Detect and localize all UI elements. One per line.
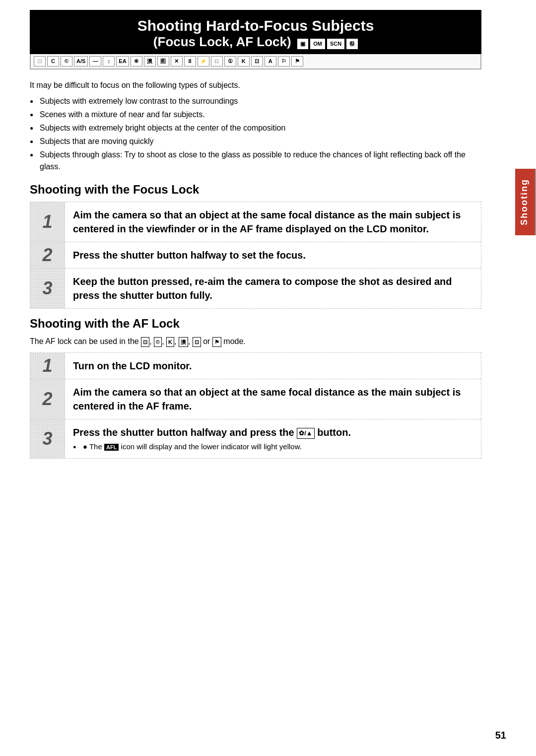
af-lock-header: Shooting with the AF Lock	[30, 317, 481, 331]
af-step-number-2: 2	[42, 389, 52, 410]
title-sub: (Focus Lock, AF Lock)	[153, 34, 291, 49]
mode-icon: 澳	[144, 56, 156, 67]
af-step-number-col-2: 2	[30, 379, 65, 419]
af-step-number-1: 1	[42, 355, 52, 376]
af-step-text-3: Press the shutter button halfway and pre…	[73, 425, 473, 439]
mode-icon: □	[211, 56, 223, 67]
af-step-text-1: Turn on the LCD monitor.	[73, 359, 473, 373]
mode-icon: ❊	[131, 56, 142, 67]
af-step-number-col-3: 3	[30, 419, 65, 458]
title-icon-3: SCN	[327, 39, 344, 49]
title-icon-4: 祭	[346, 39, 358, 49]
title-icons: ▣ OM SCN 祭	[297, 39, 358, 49]
step-3: 3 Keep the button pressed, re-aim the ca…	[30, 269, 481, 308]
list-item: Subjects with extremely bright objects a…	[30, 122, 481, 134]
list-item: Subjects with extremely low contrast to …	[30, 95, 481, 107]
af-lock-steps: 1 Turn on the LCD monitor. 2 Aim the cam…	[30, 352, 481, 459]
step-text-3: Keep the button pressed, re-aim the came…	[73, 275, 473, 302]
af-step-sub-bullets: ● The AFL icon will display and the lowe…	[73, 442, 473, 451]
list-item: Subjects through glass: Try to shoot as …	[30, 149, 481, 173]
af-lock-intro-prefix: The AF lock can be used in the	[30, 337, 139, 345]
step-number-col-1: 1	[30, 202, 65, 242]
mode-icon: 8	[184, 56, 196, 67]
list-item: Scenes with a mixture of near and far su…	[30, 109, 481, 121]
af-step-number-col-1: 1	[30, 353, 65, 379]
af-lock-intro: The AF lock can be used in the ⊡, ©, K, …	[30, 336, 481, 347]
mode-icon: EA	[116, 56, 129, 67]
page-wrapper: Shooting Shooting Hard-to-Focus Subjects…	[0, 0, 536, 756]
step-content-2: Press the shutter button halfway to set …	[65, 242, 481, 268]
step-text-1: Aim the camera so that an object at the …	[73, 208, 473, 236]
af-icon-3: K	[166, 337, 174, 347]
step-1: 1 Aim the camera so that an object at th…	[30, 202, 481, 242]
af-step-number-3: 3	[42, 428, 52, 449]
step-number-col-2: 2	[30, 242, 65, 268]
mode-icon: K	[238, 56, 250, 67]
sub-bullet-item: ● The AFL icon will display and the lowe…	[73, 442, 473, 451]
special-button-icon: ✿/▲	[297, 428, 314, 439]
intro-text: It may be difficult to focus on the foll…	[30, 79, 481, 91]
title-main: Shooting Hard-to-Focus Subjects	[39, 17, 472, 34]
step-2: 2 Press the shutter button halfway to se…	[30, 242, 481, 269]
af-icon-6: ⚑	[212, 337, 221, 347]
mode-icon: A	[265, 56, 276, 67]
step-text-2: Press the shutter button halfway to set …	[73, 248, 473, 262]
af-step-content-1: Turn on the LCD monitor.	[65, 353, 481, 379]
af-step-text-2: Aim the camera so that an object at the …	[73, 385, 473, 413]
af-icon-1: ⊡	[141, 337, 149, 347]
mode-icon: ①	[224, 56, 236, 67]
af-step-3: 3 Press the shutter button halfway and p…	[30, 419, 481, 458]
title-icon-2: OM	[310, 39, 325, 49]
mode-icon: ↕	[103, 56, 115, 67]
side-tab: Shooting	[515, 169, 536, 235]
mode-icon: ⊡	[251, 56, 263, 67]
af-step-1: 1 Turn on the LCD monitor.	[30, 353, 481, 379]
step-number-1: 1	[42, 211, 52, 232]
bullet-list: Subjects with extremely low contrast to …	[30, 95, 481, 173]
step-number-2: 2	[42, 245, 52, 266]
af-icon-4: 澳	[179, 337, 188, 347]
mode-icon: ⚑	[291, 56, 303, 67]
mode-icon: 图	[157, 56, 169, 67]
mode-icon: —	[89, 56, 101, 67]
step-number-3: 3	[42, 278, 52, 299]
af-step-content-3: Press the shutter button halfway and pre…	[65, 419, 481, 458]
mode-icon: ✕	[171, 56, 183, 67]
afl-badge: AFL	[104, 444, 119, 451]
side-tab-label: Shooting	[519, 179, 529, 225]
af-icon-5: ⊡	[193, 337, 201, 347]
step-number-col-3: 3	[30, 269, 65, 308]
step-content-3: Keep the button pressed, re-aim the came…	[65, 269, 481, 308]
list-item: Subjects that are moving quickly	[30, 136, 481, 147]
focus-lock-header: Shooting with the Focus Lock	[30, 183, 481, 197]
step-content-1: Aim the camera so that an object at the …	[65, 202, 481, 242]
mode-icon: ⚐	[278, 56, 290, 67]
mode-icon: A/S	[74, 56, 88, 67]
af-step-content-2: Aim the camera so that an object at the …	[65, 379, 481, 419]
mode-icon: C	[47, 56, 59, 67]
mode-icons-row: □ C © A/S — ↕ EA ❊ 澳 图 ✕ 8 ⚡ □ ① K ⊡ A ⚐…	[30, 54, 481, 69]
main-content: Shooting Hard-to-Focus Subjects (Focus L…	[0, 0, 511, 486]
af-step-2: 2 Aim the camera so that an object at th…	[30, 379, 481, 419]
page-number: 51	[495, 730, 506, 741]
title-icon-1: ▣	[297, 39, 308, 49]
af-icon-2: ©	[154, 337, 162, 347]
mode-icon: ⚡	[198, 56, 209, 67]
title-box: Shooting Hard-to-Focus Subjects (Focus L…	[30, 10, 481, 54]
mode-icon: ©	[61, 56, 72, 67]
focus-lock-steps: 1 Aim the camera so that an object at th…	[30, 202, 481, 309]
mode-icon: □	[34, 56, 46, 67]
